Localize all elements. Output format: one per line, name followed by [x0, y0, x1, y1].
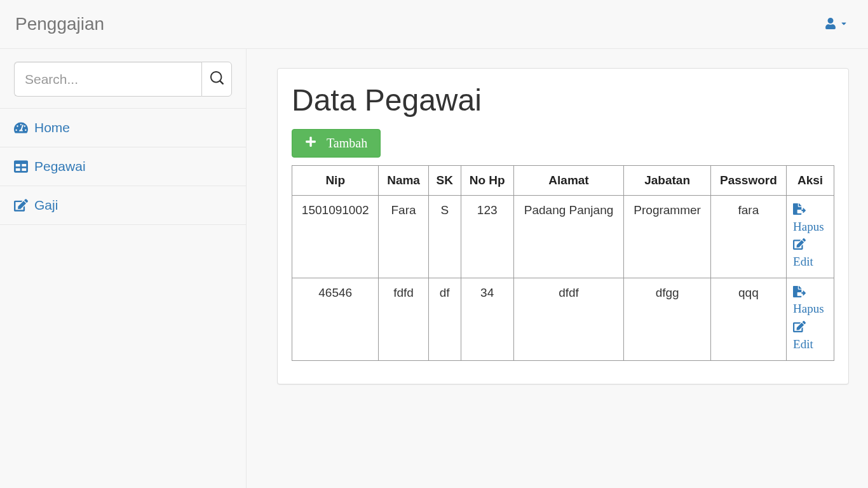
- th-password: Password: [710, 166, 786, 196]
- search-group: [14, 62, 232, 97]
- data-table: Nip Nama SK No Hp Alamat Jabatan Passwor…: [292, 165, 834, 361]
- cell-sk: df: [428, 278, 461, 360]
- search-input[interactable]: [14, 62, 201, 97]
- cell-aksi: HapusEdit: [787, 196, 834, 278]
- app-brand: Penggajian: [15, 14, 104, 34]
- user-icon: [825, 18, 836, 31]
- sidebar: Home Pegawai Gaji: [0, 49, 247, 488]
- edit-action-icon: [793, 321, 806, 337]
- delete-link[interactable]: Hapus: [793, 286, 827, 317]
- caret-down-icon: [840, 19, 848, 29]
- edit-action-icon: [793, 238, 806, 254]
- th-sk: SK: [428, 166, 461, 196]
- sidebar-item-gaji[interactable]: Gaji: [0, 186, 246, 224]
- cell-jabatan: Programmer: [624, 196, 710, 278]
- search-button[interactable]: [201, 62, 232, 97]
- edit-icon: [14, 198, 28, 212]
- cell-sk: S: [428, 196, 461, 278]
- th-nama: Nama: [379, 166, 428, 196]
- nav-list: Home Pegawai Gaji: [0, 108, 246, 225]
- main-content: Data Pegawai Tambah Nip Nama SK No Hp Al…: [247, 49, 868, 403]
- edit-label: Edit: [793, 254, 813, 270]
- edit-link[interactable]: Edit: [793, 238, 827, 269]
- cell-nama: fdfd: [379, 278, 428, 360]
- delete-link[interactable]: Hapus: [793, 203, 827, 234]
- search-icon: [210, 71, 224, 87]
- delete-label: Hapus: [793, 219, 824, 235]
- cell-nohp: 123: [461, 196, 513, 278]
- cell-password: fara: [710, 196, 786, 278]
- th-alamat: Alamat: [513, 166, 624, 196]
- plus-icon: [305, 136, 316, 151]
- user-menu[interactable]: [817, 13, 855, 36]
- sidebar-item-pegawai[interactable]: Pegawai: [0, 147, 246, 186]
- sidebar-item-label: Gaji: [34, 198, 58, 213]
- sidebar-item-home[interactable]: Home: [0, 109, 246, 147]
- topbar: Penggajian: [0, 0, 868, 49]
- cell-aksi: HapusEdit: [787, 278, 834, 360]
- table-row: 46546fdfddf34dfdfdfggqqqHapusEdit: [292, 278, 834, 360]
- delete-icon: [793, 203, 806, 219]
- table-header-row: Nip Nama SK No Hp Alamat Jabatan Passwor…: [292, 166, 834, 196]
- delete-icon: [793, 286, 806, 302]
- add-button[interactable]: Tambah: [292, 129, 381, 158]
- cell-password: qqq: [710, 278, 786, 360]
- edit-link[interactable]: Edit: [793, 321, 827, 352]
- page-title: Data Pegawai: [292, 83, 834, 118]
- th-aksi: Aksi: [787, 166, 834, 196]
- th-nip: Nip: [292, 166, 379, 196]
- edit-label: Edit: [793, 337, 813, 353]
- th-jabatan: Jabatan: [624, 166, 710, 196]
- sidebar-item-label: Home: [34, 120, 70, 135]
- cell-nip: 46546: [292, 278, 379, 360]
- cell-nip: 1501091002: [292, 196, 379, 278]
- cell-jabatan: dfgg: [624, 278, 710, 360]
- th-nohp: No Hp: [461, 166, 513, 196]
- cell-nohp: 34: [461, 278, 513, 360]
- panel: Data Pegawai Tambah Nip Nama SK No Hp Al…: [277, 68, 849, 384]
- table-row: 1501091002FaraS123Padang PanjangProgramm…: [292, 196, 834, 278]
- cell-alamat: Padang Panjang: [513, 196, 624, 278]
- sidebar-item-label: Pegawai: [34, 159, 86, 174]
- cell-nama: Fara: [379, 196, 428, 278]
- add-button-label: Tambah: [327, 136, 367, 151]
- delete-label: Hapus: [793, 301, 824, 317]
- dashboard-icon: [14, 121, 28, 135]
- cell-alamat: dfdf: [513, 278, 624, 360]
- table-icon: [14, 159, 28, 173]
